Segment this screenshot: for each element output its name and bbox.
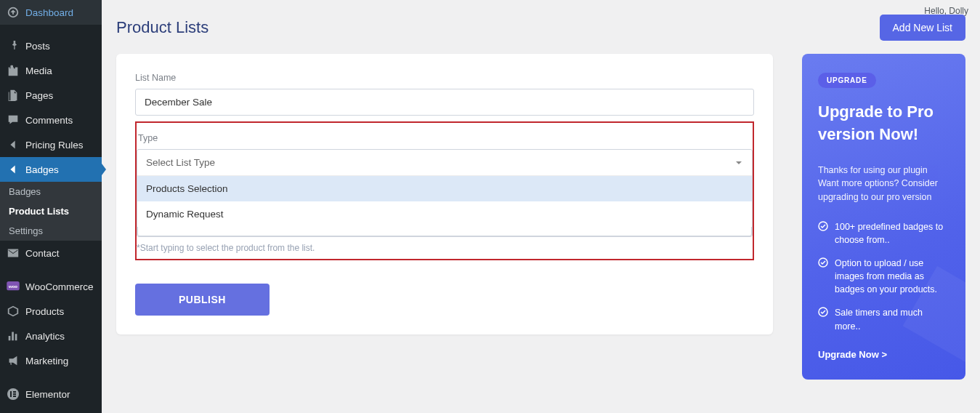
svg-rect-6 bbox=[13, 396, 16, 397]
sidebar-item-dashboard[interactable]: Dashboard bbox=[0, 0, 102, 25]
sidebar-item-label: WooCommerce bbox=[25, 281, 94, 292]
type-search-partial[interactable] bbox=[137, 227, 752, 236]
sidebar-item-label: Posts bbox=[25, 41, 50, 52]
type-select-placeholder: Select List Type bbox=[146, 157, 215, 168]
back-icon bbox=[6, 137, 20, 152]
sidebar-item-label: Contact bbox=[25, 248, 60, 259]
upgrade-feature-2: Option to upload / use images from media… bbox=[818, 257, 949, 296]
upgrade-feature-3: Sale timers and much more.. bbox=[818, 306, 949, 332]
sidebar-item-label: Badges bbox=[25, 164, 59, 175]
sidebar-item-woocommerce[interactable]: woo WooCommerce bbox=[0, 274, 102, 299]
sidebar-item-label: Pricing Rules bbox=[25, 140, 84, 151]
type-select-header[interactable]: Select List Type bbox=[137, 150, 752, 175]
svg-rect-4 bbox=[13, 391, 16, 393]
type-label: Type bbox=[137, 133, 753, 143]
list-form-card: List Name Type Select List Type Products… bbox=[116, 54, 773, 334]
type-option-dynamic-request[interactable]: Dynamic Request bbox=[137, 201, 752, 227]
sidebar-item-badges[interactable]: Badges bbox=[0, 157, 102, 182]
woo-icon: woo bbox=[6, 279, 20, 294]
check-icon bbox=[818, 257, 828, 268]
box-icon bbox=[6, 304, 20, 318]
sidebar-item-label: Comments bbox=[25, 115, 73, 126]
upgrade-feature-text: 100+ predefined badges to choose from.. bbox=[835, 220, 949, 246]
upgrade-pill: UPGRADE bbox=[818, 73, 876, 88]
check-icon bbox=[818, 221, 828, 231]
sidebar-item-contact[interactable]: Contact bbox=[0, 241, 102, 265]
sidebar-item-marketing[interactable]: Marketing bbox=[0, 348, 102, 373]
publish-button[interactable]: PUBLISH bbox=[135, 284, 270, 316]
sidebar-item-templates[interactable]: Templates bbox=[0, 406, 102, 413]
sidebar-item-elementor[interactable]: Elementor bbox=[0, 382, 102, 406]
upgrade-description: Thanks for using our plugin Want more op… bbox=[818, 164, 949, 204]
sidebar-item-posts[interactable]: Posts bbox=[0, 33, 102, 58]
page-header: Product Lists Add New List bbox=[116, 15, 965, 41]
admin-sidebar: Dashboard Posts Media Pages Comments Pri… bbox=[0, 0, 102, 413]
bars-icon bbox=[6, 329, 20, 343]
sidebar-item-analytics[interactable]: Analytics bbox=[0, 324, 102, 348]
upgrade-feature-1: 100+ predefined badges to choose from.. bbox=[818, 220, 949, 246]
sidebar-item-label: Elementor bbox=[25, 389, 70, 400]
sidebar-item-products[interactable]: Products bbox=[0, 299, 102, 324]
pin-icon bbox=[6, 39, 20, 53]
check-icon bbox=[818, 307, 828, 317]
type-select[interactable]: Select List Type Products Selection Dyna… bbox=[137, 149, 753, 237]
type-hint-text: *Start typing to select the product from… bbox=[137, 243, 753, 253]
main-content: Hello, Dolly Product Lists Add New List … bbox=[102, 0, 980, 413]
sidebar-item-label: Analytics bbox=[25, 331, 65, 342]
sidebar-item-label: Marketing bbox=[25, 356, 68, 366]
upgrade-promo-card: UPGRADE Upgrade to Pro version Now! Than… bbox=[802, 54, 965, 380]
upgrade-feature-text: Option to upload / use images from media… bbox=[835, 257, 949, 296]
media-icon bbox=[6, 63, 20, 78]
sidebar-item-pricing-rules[interactable]: Pricing Rules bbox=[0, 132, 102, 157]
elementor-icon bbox=[6, 387, 20, 401]
comment-icon bbox=[6, 113, 20, 127]
sidebar-item-label: Media bbox=[25, 65, 52, 76]
megaphone-icon bbox=[6, 353, 20, 368]
list-name-label: List Name bbox=[135, 73, 754, 83]
svg-rect-3 bbox=[10, 391, 12, 397]
mail-icon bbox=[6, 246, 20, 260]
upgrade-now-link[interactable]: Upgrade Now > bbox=[818, 349, 887, 360]
svg-rect-5 bbox=[13, 393, 16, 395]
sidebar-submenu: Badges Product Lists Settings bbox=[0, 182, 102, 241]
list-name-input[interactable] bbox=[135, 89, 754, 116]
upgrade-feature-text: Sale timers and much more.. bbox=[835, 306, 949, 332]
svg-text:woo: woo bbox=[8, 284, 17, 289]
dashboard-icon bbox=[6, 5, 20, 20]
back-icon bbox=[6, 162, 20, 177]
type-option-products-selection[interactable]: Products Selection bbox=[137, 176, 752, 201]
submenu-item-settings[interactable]: Settings bbox=[0, 221, 102, 241]
sidebar-item-comments[interactable]: Comments bbox=[0, 108, 102, 132]
page-title: Product Lists bbox=[116, 18, 208, 37]
sidebar-item-pages[interactable]: Pages bbox=[0, 83, 102, 108]
chevron-down-icon bbox=[734, 159, 743, 167]
submenu-item-product-lists[interactable]: Product Lists bbox=[0, 201, 102, 221]
sidebar-item-label: Dashboard bbox=[25, 7, 73, 18]
pages-icon bbox=[6, 88, 20, 103]
upgrade-title: Upgrade to Pro version Now! bbox=[818, 101, 949, 146]
type-field-highlighted: Type Select List Type Products Selection… bbox=[135, 121, 754, 260]
submenu-item-badges[interactable]: Badges bbox=[0, 182, 102, 201]
add-new-list-button[interactable]: Add New List bbox=[880, 15, 965, 41]
sidebar-item-label: Pages bbox=[25, 90, 53, 101]
type-options-dropdown: Products Selection Dynamic Request bbox=[137, 175, 752, 227]
sidebar-item-label: Products bbox=[25, 306, 64, 317]
hello-dolly-text: Hello, Dolly bbox=[924, 6, 968, 16]
sidebar-item-media[interactable]: Media bbox=[0, 58, 102, 83]
